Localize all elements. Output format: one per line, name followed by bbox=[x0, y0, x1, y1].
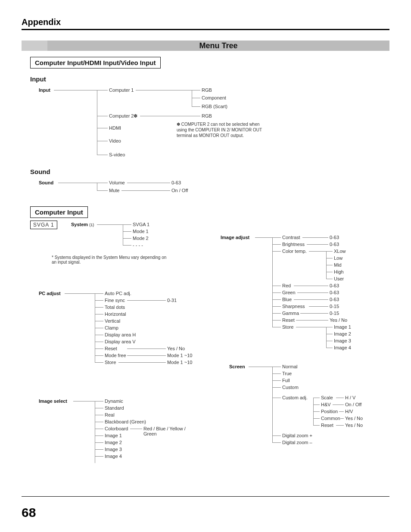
pc-reset: Reset bbox=[105, 346, 117, 351]
screen-hv: H&V bbox=[321, 402, 331, 407]
is-img2: Image 2 bbox=[105, 440, 122, 445]
ia-store-img3: Image 3 bbox=[334, 338, 351, 343]
pc-total: Total dots bbox=[105, 305, 125, 310]
ia-ct-low: Low bbox=[334, 255, 342, 261]
input-root: Input bbox=[39, 87, 50, 93]
ia-store: Store bbox=[282, 324, 293, 330]
pc-store-range: Mode 1 ~10 bbox=[167, 360, 192, 365]
image-adjust-label: Image adjust bbox=[221, 235, 249, 240]
pc-clamp: Clamp bbox=[105, 325, 118, 330]
is-colorboard-opts: Red / Blue / Yellow / Green bbox=[143, 426, 199, 436]
screen-common: Common bbox=[321, 416, 340, 421]
page-number: 68 bbox=[22, 505, 389, 520]
sound-root: Sound bbox=[39, 180, 53, 185]
volume-range: 0-63 bbox=[171, 180, 181, 185]
is-blackboard: Blackboard (Green) bbox=[105, 419, 146, 424]
ia-contrast: Contrast bbox=[282, 235, 300, 240]
pc-vert: Vertical bbox=[105, 318, 120, 324]
pc-modefree-range: Mode 1 ~10 bbox=[167, 353, 192, 358]
is-real: Real bbox=[105, 412, 115, 417]
ia-ct-mid: Mid bbox=[334, 262, 342, 268]
title-bar-label: Menu Tree bbox=[47, 40, 389, 51]
c1-rgbscart: RGB (Scart) bbox=[202, 104, 227, 109]
ia-green: Green bbox=[282, 290, 296, 295]
c1-component: Component bbox=[202, 95, 226, 100]
mute-opts: On / Off bbox=[171, 188, 188, 193]
input-title: Input bbox=[30, 75, 389, 83]
pc-reset-opts: Yes / No bbox=[167, 346, 185, 351]
ia-red: Red bbox=[282, 283, 291, 288]
hdmi-label: HDMI bbox=[109, 125, 121, 131]
ia-ct-high: High bbox=[334, 269, 344, 274]
system-svga1: SVGA 1 bbox=[133, 222, 149, 227]
ia-blue: Blue bbox=[282, 297, 292, 302]
ia-colortemp: Color temp. bbox=[282, 249, 307, 254]
ia-contrast-range: 0-63 bbox=[330, 235, 339, 240]
svga-box: SVGA 1 bbox=[30, 221, 57, 229]
screen-reset-opts: Yes / No bbox=[345, 423, 363, 428]
is-img1: Image 1 bbox=[105, 433, 122, 438]
sound-tree: Sound Volume 0-63 Mute On / Off bbox=[30, 179, 389, 200]
screen-custom: Custom bbox=[282, 385, 299, 390]
screen-dzminus: Digital zoom – bbox=[282, 440, 312, 445]
c1-rgb: RGB bbox=[202, 87, 212, 93]
pc-horiz: Horizontal bbox=[105, 311, 126, 317]
computer1-label: Computer 1 bbox=[109, 87, 134, 93]
screen-scale-opts: H / V bbox=[345, 395, 355, 400]
computer2-note: ✽ COMPUTER 2 can not be selected when us… bbox=[177, 121, 263, 138]
pc-modefree: Mode free bbox=[105, 353, 126, 358]
ia-red-range: 0-63 bbox=[330, 283, 339, 288]
ia-sharp-range: 0-15 bbox=[330, 304, 339, 309]
ia-ct-user: User bbox=[334, 276, 344, 281]
ia-gamma-range: 0-15 bbox=[330, 311, 339, 316]
screen-label: Screen bbox=[229, 364, 245, 369]
title-bar: Menu Tree bbox=[22, 40, 389, 51]
screen-full: Full bbox=[282, 378, 290, 383]
svideo-label: S-video bbox=[109, 152, 125, 157]
pc-fine: Fine sync bbox=[105, 298, 125, 303]
footer-rule bbox=[22, 496, 389, 497]
section-computer-input: Computer Input bbox=[30, 206, 88, 218]
pc-disph: Display area H bbox=[105, 332, 136, 337]
screen-customadj: Custom adj. bbox=[282, 395, 308, 400]
system-label: System (1) bbox=[71, 222, 94, 227]
ia-sharp: Sharpness bbox=[282, 304, 305, 309]
computer2-label: Computer 2✽ bbox=[109, 113, 137, 119]
screen-common-opts: Yes / No bbox=[345, 416, 363, 421]
sound-title: Sound bbox=[30, 168, 389, 175]
screen-hv-opts: On / Off bbox=[345, 402, 361, 407]
screen-normal: Normal bbox=[282, 364, 297, 369]
pc-store: Store bbox=[105, 360, 116, 365]
screen-scale: Scale bbox=[321, 395, 333, 400]
input-tree: Input Computer 1 RGB Component RGB (Scar… bbox=[30, 86, 389, 164]
volume-label: Volume bbox=[109, 180, 125, 185]
screen-dzplus: Digital zoom + bbox=[282, 433, 312, 438]
ia-store-img2: Image 2 bbox=[334, 331, 351, 336]
pc-fine-range: 0-31 bbox=[167, 298, 177, 303]
image-select-label: Image select bbox=[39, 398, 67, 404]
screen-position: Position bbox=[321, 409, 338, 414]
system-mode2: Mode 2 bbox=[133, 236, 149, 241]
pc-adjust-label: PC adjust bbox=[39, 291, 61, 296]
screen-position-opts: H/V bbox=[345, 409, 353, 414]
ia-store-img4: Image 4 bbox=[334, 345, 351, 350]
ia-brightness: Brightness bbox=[282, 242, 305, 247]
ia-blue-range: 0-63 bbox=[330, 297, 339, 302]
appendix-heading: Appendix bbox=[22, 17, 389, 30]
system-dashes: - - - - bbox=[133, 243, 143, 248]
ia-green-range: 0-63 bbox=[330, 290, 339, 295]
c2-rgb: RGB bbox=[202, 113, 212, 118]
is-img4: Image 4 bbox=[105, 454, 122, 459]
mute-label: Mute bbox=[109, 188, 119, 193]
is-colorboard: Colorboard bbox=[105, 426, 128, 431]
ia-reset-opts: Yes / No bbox=[330, 317, 347, 323]
screen-reset: Reset bbox=[321, 423, 333, 428]
ia-store-img1: Image 1 bbox=[334, 324, 351, 330]
system-footnote: * Systems displayed in the System Menu v… bbox=[52, 255, 172, 264]
ia-reset: Reset bbox=[282, 317, 295, 323]
is-dynamic: Dynamic bbox=[105, 398, 123, 404]
ia-brightness-range: 0-63 bbox=[330, 242, 339, 247]
section-input-types: Computer Input/HDMI Input/Video Input bbox=[30, 57, 161, 68]
is-standard: Standard bbox=[105, 405, 124, 411]
system-mode1: Mode 1 bbox=[133, 229, 149, 234]
